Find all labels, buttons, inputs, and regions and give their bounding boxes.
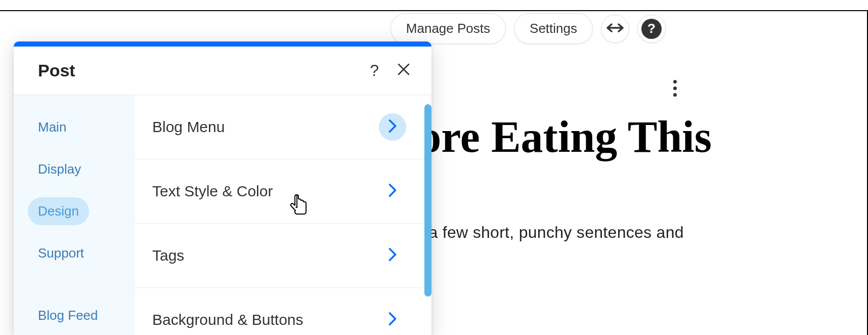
kebab-icon xyxy=(673,87,677,90)
list-item-label: Background & Buttons xyxy=(152,311,303,328)
list-item-blog-menu[interactable]: Blog Menu xyxy=(135,95,431,159)
panel-list: Blog Menu Text Style & Color Tags xyxy=(135,95,431,335)
cursor-pointer-icon xyxy=(290,192,310,215)
panel-header: Post ? xyxy=(14,47,431,95)
kebab-icon xyxy=(673,80,677,83)
sidebar-item-display[interactable]: Display xyxy=(28,155,91,183)
chevron-right-icon xyxy=(388,119,397,135)
panel-sidebar: Main Display Design Support Blog Feed xyxy=(14,95,135,335)
chevron-right-icon xyxy=(388,247,397,264)
panel-title: Post xyxy=(38,61,75,80)
panel-close-button[interactable] xyxy=(397,62,410,79)
chevron-button[interactable] xyxy=(379,242,406,269)
chevron-right-icon xyxy=(388,183,397,199)
sidebar-item-design[interactable]: Design xyxy=(28,197,89,225)
sidebar-item-main[interactable]: Main xyxy=(28,113,76,141)
panel-accent-bar xyxy=(14,41,431,47)
list-item-background-buttons[interactable]: Background & Buttons xyxy=(135,288,431,335)
chevron-button[interactable] xyxy=(379,113,406,141)
list-item-label: Blog Menu xyxy=(152,118,225,136)
list-item-label: Tags xyxy=(152,247,184,264)
sidebar-item-blog-feed[interactable]: Blog Feed xyxy=(28,302,108,329)
kebab-icon xyxy=(673,93,677,97)
panel-scrollbar[interactable] xyxy=(424,104,431,297)
settings-panel: Post ? Main Display Design Support Blog … xyxy=(14,41,431,335)
list-item-text-style-color[interactable]: Text Style & Color xyxy=(135,159,431,224)
list-item-label: Text Style & Color xyxy=(152,183,273,200)
post-title: efore Eating This xyxy=(384,111,848,162)
post-excerpt: ost in a few short, punchy sentences and xyxy=(384,223,848,242)
panel-header-actions: ? xyxy=(370,61,410,80)
panel-help-button[interactable]: ? xyxy=(370,61,379,80)
help-icon: ? xyxy=(641,19,662,39)
stretch-button[interactable] xyxy=(601,15,629,43)
list-item-tags[interactable]: Tags xyxy=(135,224,431,288)
panel-body: Main Display Design Support Blog Feed Bl… xyxy=(14,95,431,335)
settings-button[interactable]: Settings xyxy=(514,13,593,44)
chevron-button[interactable] xyxy=(379,306,406,333)
manage-posts-button[interactable]: Manage Posts xyxy=(390,13,506,44)
chevron-button[interactable] xyxy=(379,178,406,205)
stretch-icon xyxy=(606,23,624,35)
chevron-right-icon xyxy=(388,312,397,328)
more-options-button[interactable] xyxy=(669,76,681,101)
post-content: efore Eating This ost in a few short, pu… xyxy=(384,111,848,242)
help-button[interactable]: ? xyxy=(637,15,666,43)
sidebar-item-support[interactable]: Support xyxy=(28,239,94,267)
top-toolbar: Manage Posts Settings ? xyxy=(390,13,666,44)
